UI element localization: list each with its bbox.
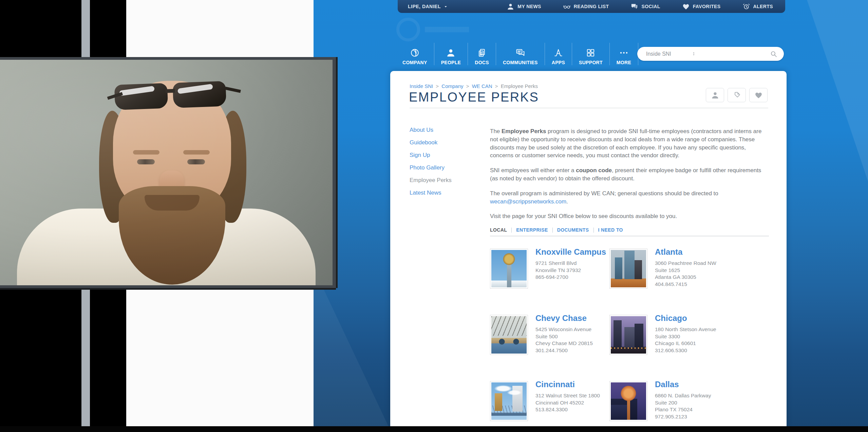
- user-menu[interactable]: LIPE, DANIEL: [408, 4, 448, 9]
- nav-item-people[interactable]: PEOPLE: [434, 43, 468, 65]
- intro-paragraph: The Employee Perks program is designed t…: [490, 127, 769, 160]
- address-line: 301.244.7500: [535, 347, 593, 354]
- office-name-link[interactable]: Atlanta: [655, 247, 716, 257]
- nav-item-more[interactable]: MORE: [610, 43, 638, 65]
- tag-action-button[interactable]: [728, 88, 746, 102]
- divider: [410, 108, 768, 108]
- office-name-link[interactable]: Dallas: [655, 380, 711, 389]
- nav-item-apps[interactable]: APPS: [545, 43, 572, 65]
- address-line: Suite 3300: [655, 333, 716, 340]
- address-line: 180 North Stetson Avenue: [655, 326, 716, 333]
- address-line: 404.845.7415: [655, 281, 716, 288]
- person-icon: [446, 48, 456, 60]
- office-info: Cincinnati312 Walnut Street Ste 1800Cinc…: [535, 381, 600, 421]
- address-line: 5425 Wisconsin Avenue: [535, 326, 593, 333]
- heart-action-button[interactable]: [749, 88, 768, 102]
- person-action-button[interactable]: [706, 88, 724, 102]
- userbar-item-reading-list[interactable]: READING LIST: [563, 3, 609, 11]
- breadcrumb-item-we-can[interactable]: WE CAN: [472, 83, 492, 89]
- office-photo-cincinnati[interactable]: [490, 381, 528, 421]
- person-hair: [99, 111, 128, 223]
- person-collar: [159, 210, 181, 226]
- office-photo-knoxville[interactable]: [490, 249, 528, 289]
- person-nose: [159, 170, 184, 195]
- address-line: Plano TX 75024: [655, 406, 711, 413]
- sunglasses-arm: [225, 87, 241, 93]
- email-link[interactable]: wecan@scrippsnetworks.com: [490, 198, 566, 205]
- office-photo-chicago[interactable]: [609, 315, 647, 355]
- person-face: [113, 81, 231, 216]
- breadcrumb-item-company[interactable]: Company: [441, 83, 463, 89]
- user-toolbar: LIPE, DANIEL MY NEWSREADING LISTSOCIALFA…: [398, 0, 785, 13]
- tab-documents[interactable]: DOCUMENTS: [557, 227, 589, 233]
- person-icon: [507, 3, 514, 11]
- bold-text: Employee Perks: [502, 128, 546, 134]
- office-photo-dallas[interactable]: [609, 381, 647, 421]
- search-scope-label[interactable]: Inside SNI: [646, 51, 671, 57]
- scope-select-icon[interactable]: [692, 51, 696, 57]
- sidebar-item-latest-news[interactable]: Latest News: [410, 190, 452, 196]
- office-photo-chevy-chase[interactable]: [490, 315, 528, 355]
- office-name-link[interactable]: Cincinnati: [535, 380, 600, 389]
- address-line: Suite 1625: [655, 267, 716, 274]
- nav-item-support[interactable]: SUPPORT: [572, 43, 610, 65]
- photo-art: [491, 382, 527, 420]
- userbar-item-social[interactable]: SOCIAL: [630, 3, 660, 11]
- nav-item-communities[interactable]: COMMUNITIES: [496, 43, 545, 65]
- address-line: 865-694-2700: [535, 274, 606, 281]
- apps-icon: [553, 48, 563, 60]
- userbar-menu: MY NEWSREADING LISTSOCIALFAVORITESALERTS: [507, 3, 773, 11]
- site-search: Inside SNI: [637, 47, 784, 61]
- sunglasses-lens: [114, 83, 168, 110]
- office-photo-atlanta[interactable]: [609, 249, 647, 289]
- nav-item-label: SUPPORT: [579, 60, 603, 65]
- address-line: Atlanta GA 30305: [655, 274, 716, 281]
- ellipsis-icon: [619, 48, 629, 60]
- office-card-knoxville-campus: Knoxville Campus9721 Sherrill BlvdKnoxvi…: [490, 249, 609, 289]
- nav-item-company[interactable]: COMPANY: [396, 43, 434, 65]
- office-info: Chevy Chase5425 Wisconsin AvenueSuite 50…: [535, 315, 593, 355]
- office-name-link[interactable]: Chevy Chase: [535, 313, 593, 323]
- userbar-item-label: FAVORITES: [693, 4, 721, 9]
- person-eyebrow: [183, 150, 210, 155]
- userbar-item-label: ALERTS: [753, 4, 773, 9]
- breadcrumb-item-inside-sni[interactable]: Inside SNI: [410, 83, 433, 89]
- search-input[interactable]: [696, 51, 766, 57]
- sunglasses-lens: [173, 81, 226, 108]
- userbar-item-favorites[interactable]: FAVORITES: [682, 3, 721, 11]
- intro-paragraph: The overall program is administered by W…: [490, 190, 769, 206]
- photo-art: [611, 316, 646, 354]
- breadcrumb-item-employee-perks: Employee Perks: [501, 83, 538, 89]
- address-line: 3060 Peachtree Road NW: [655, 260, 716, 267]
- sidebar-item-about-us[interactable]: About Us: [410, 127, 452, 133]
- office-address: 5425 Wisconsin AvenueSuite 500Chevy Chas…: [535, 326, 593, 354]
- docs-icon: [477, 48, 487, 60]
- person-eyebrow: [133, 150, 159, 155]
- sidebar-item-employee-perks: Employee Perks: [410, 177, 452, 184]
- userbar-item-alerts[interactable]: ALERTS: [742, 3, 773, 11]
- userbar-item-label: SOCIAL: [641, 4, 660, 9]
- userbar-item-my-news[interactable]: MY NEWS: [507, 3, 541, 11]
- tab-local[interactable]: LOCAL: [490, 227, 507, 233]
- person-hair: [217, 111, 246, 223]
- tab-i-need-to[interactable]: I NEED TO: [598, 227, 623, 233]
- sidebar-item-photo-gallery[interactable]: Photo Gallery: [410, 164, 452, 171]
- nav-item-label: MORE: [617, 60, 631, 65]
- bell-icon: [742, 3, 750, 11]
- sidebar-item-sign-up[interactable]: Sign Up: [410, 152, 452, 159]
- sunglasses: [114, 77, 232, 115]
- office-name-link[interactable]: Knoxville Campus: [535, 247, 606, 257]
- intro-paragraph: SNI employees will either enter a coupon…: [490, 166, 769, 183]
- photo-art: [611, 250, 646, 287]
- search-button[interactable]: [766, 48, 781, 59]
- sidebar-nav: About UsGuidebookSign UpPhoto GalleryEmp…: [410, 127, 452, 196]
- office-name-link[interactable]: Chicago: [655, 313, 716, 323]
- nav-item-docs[interactable]: DOCS: [468, 43, 496, 65]
- address-line: 312.606.5300: [655, 347, 716, 354]
- sidebar-item-guidebook[interactable]: Guidebook: [410, 139, 452, 146]
- tab-separator: [511, 228, 512, 233]
- office-address: 312 Walnut Street Ste 1800Cincinnati OH …: [535, 392, 600, 413]
- address-line: 513.824.3300: [535, 406, 600, 413]
- tab-enterprise[interactable]: ENTERPRISE: [516, 227, 548, 233]
- heart-icon: [754, 91, 763, 100]
